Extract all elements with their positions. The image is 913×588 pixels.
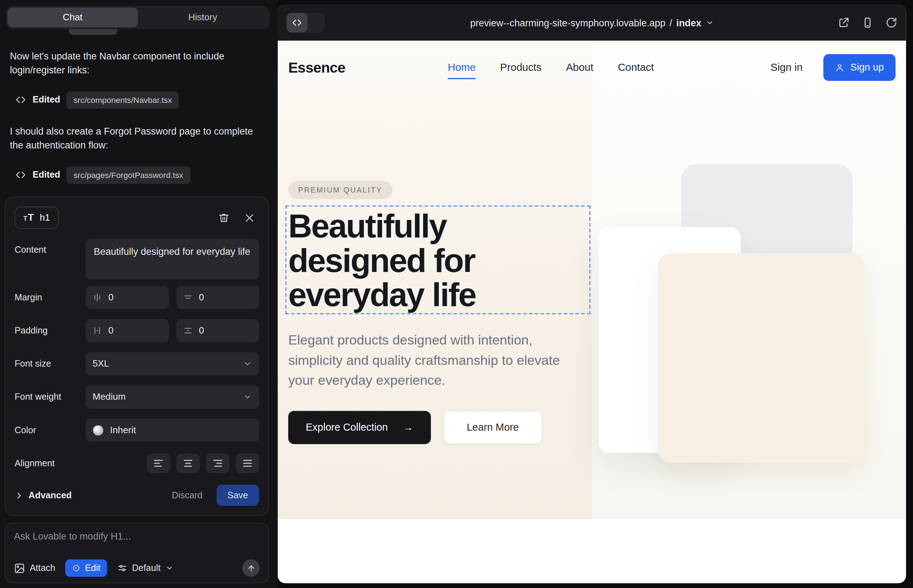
- font-weight-select[interactable]: Medium: [86, 386, 259, 409]
- chevron-down-icon: [165, 564, 173, 572]
- nav-link-products[interactable]: Products: [500, 61, 542, 74]
- content-input[interactable]: Beautifully designed for everyday life: [86, 239, 259, 279]
- align-left-button[interactable]: [147, 454, 170, 473]
- align-center-button[interactable]: [176, 454, 199, 473]
- padding-horizontal-input[interactable]: 0: [176, 319, 259, 342]
- file-path-chip[interactable]: src/components/Navbar.tsx: [66, 91, 179, 109]
- element-tag-label: h1: [39, 213, 50, 223]
- hero-description: Elegant products designed with intention…: [288, 330, 570, 390]
- model-selector-label: Default: [132, 563, 160, 573]
- site-preview: Essence Home Products About Contact Sign…: [278, 40, 906, 583]
- chat-messages: Now let's update the Navbar component to…: [10, 49, 269, 199]
- chevron-down-icon: [706, 18, 714, 27]
- margin-horizontal-input[interactable]: 0: [176, 286, 259, 309]
- arrow-up-icon: [247, 564, 256, 573]
- padding-vertical-input[interactable]: 0: [86, 319, 168, 342]
- preview-actions: [838, 17, 897, 29]
- close-editor-button[interactable]: [239, 208, 259, 228]
- margin-horizontal-icon: [183, 293, 192, 302]
- site-brand[interactable]: Essence: [288, 59, 345, 76]
- nav-link-contact[interactable]: Contact: [618, 61, 654, 74]
- align-right-icon: [212, 457, 223, 469]
- model-selector[interactable]: Default: [117, 563, 173, 573]
- hero-heading-line: everyday life: [288, 278, 476, 312]
- sliders-icon: [117, 563, 127, 573]
- margin-row: Margin 0 0: [15, 286, 259, 309]
- edit-mode-toggle[interactable]: Edit: [65, 559, 107, 577]
- sign-up-button[interactable]: Sign up: [824, 54, 895, 81]
- attach-button[interactable]: Attach: [14, 562, 55, 573]
- code-icon: [15, 94, 26, 105]
- margin-vertical-icon: [92, 293, 102, 302]
- chat-message: Now let's update the Navbar component to…: [10, 49, 269, 77]
- color-swatch: [92, 425, 104, 436]
- edited-label: Edited: [33, 168, 60, 181]
- color-label: Color: [15, 425, 86, 435]
- decor-card-cream: [658, 253, 864, 463]
- hero-heading-line: Beautifully: [288, 209, 476, 243]
- delete-element-button[interactable]: [214, 208, 233, 228]
- preview-url-dropdown[interactable]: preview--charming-site-symphony.lovable.…: [470, 17, 714, 28]
- user-icon: [835, 63, 844, 72]
- explore-collection-label: Explore Collection: [306, 422, 388, 433]
- trash-icon: [218, 212, 229, 223]
- nav-link-about[interactable]: About: [566, 61, 593, 74]
- nav-link-home[interactable]: Home: [448, 61, 476, 79]
- font-size-label: Font size: [15, 359, 86, 369]
- font-weight-value: Medium: [92, 391, 126, 402]
- send-button[interactable]: [242, 559, 260, 577]
- learn-more-button[interactable]: Learn More: [444, 411, 542, 444]
- composer-input[interactable]: [14, 531, 260, 542]
- explore-collection-button[interactable]: Explore Collection →: [288, 411, 431, 444]
- site-navbar: Essence Home Products About Contact Sign…: [278, 40, 906, 94]
- code-toggle-track: [307, 13, 325, 33]
- align-left-icon: [152, 457, 164, 469]
- code-view-toggle[interactable]: [287, 13, 325, 33]
- tab-history[interactable]: History: [138, 8, 268, 27]
- selected-element-tag: h1: [15, 207, 59, 228]
- hero-heading-line: designed for: [288, 244, 476, 278]
- tab-chat[interactable]: Chat: [8, 8, 138, 27]
- chat-history-tabs: Chat History: [6, 6, 270, 29]
- mobile-view-icon[interactable]: [862, 17, 874, 29]
- preview-url: preview--charming-site-symphony.lovable.…: [470, 17, 665, 28]
- font-size-select[interactable]: 5XL: [86, 352, 259, 375]
- sign-up-label: Sign up: [850, 61, 884, 73]
- chevron-right-icon: [15, 491, 24, 500]
- preview-toolbar: preview--charming-site-symphony.lovable.…: [278, 5, 906, 40]
- sign-in-link[interactable]: Sign in: [771, 61, 803, 74]
- discard-button[interactable]: Discard: [172, 490, 202, 501]
- advanced-label: Advanced: [29, 490, 71, 501]
- site-auth: Sign in Sign up: [771, 54, 895, 81]
- editor-header: h1: [15, 207, 259, 228]
- padding-horizontal-icon: [183, 326, 192, 335]
- edit-label: Edit: [85, 563, 101, 573]
- align-justify-icon: [242, 457, 254, 469]
- hero-heading[interactable]: Beautifully designed for everyday life: [288, 209, 476, 312]
- content-row: Content Beautifully designed for everyda…: [15, 239, 259, 276]
- chat-panel: Chat History Now let's update the Navbar…: [0, 0, 278, 588]
- composer-toolbar: Attach Edit Default: [14, 559, 260, 577]
- margin-vertical-input[interactable]: 0: [86, 286, 168, 309]
- font-weight-label: Font weight: [15, 391, 86, 402]
- edited-file-row: Edited src/pages/ForgotPassword.tsx: [15, 166, 269, 184]
- open-in-new-tab-icon[interactable]: [838, 17, 850, 29]
- save-button[interactable]: Save: [217, 485, 259, 506]
- site-nav-links: Home Products About Contact: [448, 61, 654, 74]
- url-separator: /: [669, 17, 672, 28]
- advanced-toggle[interactable]: Advanced: [15, 490, 71, 501]
- font-weight-row: Font weight Medium: [15, 386, 259, 409]
- margin-vertical-value: 0: [108, 292, 113, 302]
- margin-label: Margin: [15, 292, 86, 302]
- align-justify-button[interactable]: [236, 454, 259, 473]
- color-select[interactable]: Inherit: [86, 418, 259, 442]
- attach-image-icon: [14, 562, 25, 573]
- align-right-button[interactable]: [206, 454, 229, 473]
- padding-label: Padding: [15, 325, 86, 336]
- hero-badge: PREMIUM QUALITY: [288, 181, 392, 199]
- refresh-icon[interactable]: [885, 17, 897, 29]
- font-size-value: 5XL: [92, 359, 109, 369]
- alignment-label: Alignment: [15, 458, 86, 468]
- file-path-chip[interactable]: src/pages/ForgotPassword.tsx: [66, 166, 190, 184]
- app: Chat History Now let's update the Navbar…: [0, 0, 913, 588]
